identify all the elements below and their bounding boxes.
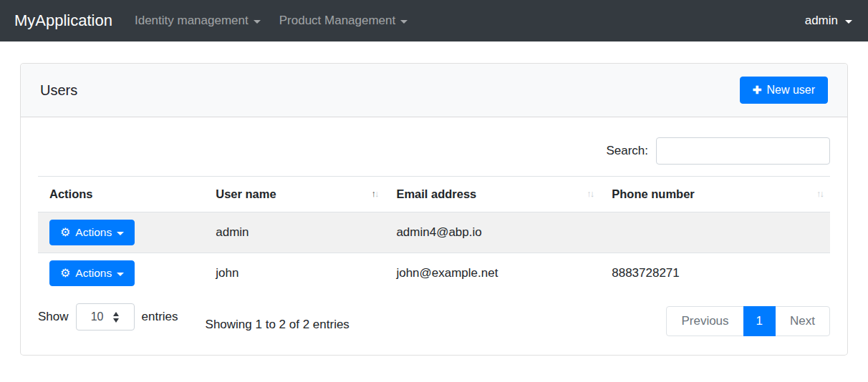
actions-cell: ⚙ Actions	[38, 212, 204, 253]
nav-item-product-management[interactable]: Product Management	[270, 8, 418, 34]
phone-cell: 8883728271	[600, 253, 830, 294]
email-cell: admin4@abp.io	[385, 212, 600, 253]
user-name-cell: admin	[204, 212, 385, 253]
new-user-button-label: New user	[766, 84, 815, 97]
plus-icon: ✚	[753, 84, 762, 97]
table-info: Showing 1 to 2 of 2 entries	[206, 318, 349, 332]
row-actions-label: Actions	[75, 226, 112, 239]
users-card: Users ✚ New user Search: Actions	[20, 63, 848, 356]
show-label: Show	[38, 310, 69, 324]
column-header-phone-number[interactable]: Phone number ↑↓	[600, 177, 830, 212]
user-menu[interactable]: admin	[805, 14, 852, 28]
sort-desc-icon: ↓	[590, 188, 594, 199]
entries-label: entries	[142, 310, 178, 324]
page-content: Users ✚ New user Search: Actions	[0, 41, 868, 356]
pagination: Previous 1 Next	[666, 306, 830, 336]
search-row: Search:	[38, 137, 830, 165]
column-header-label: Email address	[396, 187, 476, 200]
users-table: Actions User name ↑↓ Email address ↑↓ Ph…	[38, 176, 830, 293]
column-header-label: Actions	[49, 187, 93, 200]
email-cell: john@example.net	[385, 253, 600, 294]
top-navbar: MyApplication Identity management Produc…	[0, 0, 868, 41]
select-spinner-icon	[113, 312, 119, 323]
nav-item-identity-management[interactable]: Identity management	[125, 8, 270, 34]
table-row: ⚙ Actions admin admin4@abp.io	[38, 212, 830, 253]
page-size-value: 10	[91, 310, 104, 323]
user-name-cell: john	[204, 253, 385, 294]
new-user-button[interactable]: ✚ New user	[740, 77, 828, 104]
page-length-group: Show 10 entries	[38, 303, 178, 330]
sort-desc-icon: ↓	[375, 188, 378, 199]
page-title: Users	[40, 82, 77, 99]
sort-desc-icon: ↓	[820, 188, 824, 199]
page-size-select[interactable]: 10	[76, 303, 135, 330]
search-input[interactable]	[656, 137, 830, 165]
sort-icons: ↑↓	[371, 188, 377, 199]
caret-down-icon	[117, 232, 124, 235]
sort-icons: ↑↓	[587, 188, 593, 199]
sort-icons: ↑↓	[816, 188, 823, 199]
table-row: ⚙ Actions john john@example.net 88837282…	[38, 253, 830, 294]
app-brand[interactable]: MyApplication	[14, 11, 112, 30]
table-footer: Show 10 entries Showing 1 to 2 of 2 entr…	[38, 302, 830, 336]
phone-cell	[600, 212, 830, 253]
column-header-label: Phone number	[612, 187, 695, 200]
caret-down-icon	[845, 20, 852, 24]
row-actions-label: Actions	[75, 267, 112, 280]
gear-icon: ⚙	[60, 268, 70, 279]
card-header: Users ✚ New user	[21, 64, 847, 117]
caret-down-icon	[400, 20, 408, 24]
row-actions-button[interactable]: ⚙ Actions	[49, 220, 135, 245]
card-body: Search: Actions User name ↑↓	[21, 117, 847, 355]
column-header-actions: Actions	[38, 177, 204, 212]
pagination-page-1[interactable]: 1	[743, 306, 776, 336]
gear-icon: ⚙	[60, 227, 70, 238]
nav-item-label: Identity management	[135, 14, 249, 28]
pagination-next[interactable]: Next	[775, 306, 830, 336]
pagination-previous[interactable]: Previous	[666, 306, 743, 336]
column-header-label: User name	[216, 187, 276, 200]
actions-cell: ⚙ Actions	[38, 253, 204, 294]
column-header-email-address[interactable]: Email address ↑↓	[385, 177, 600, 212]
caret-down-icon	[254, 20, 261, 24]
caret-down-icon	[117, 273, 124, 276]
column-header-user-name[interactable]: User name ↑↓	[204, 177, 385, 212]
search-label: Search:	[606, 144, 648, 158]
row-actions-button[interactable]: ⚙ Actions	[49, 260, 135, 286]
nav-item-label: Product Management	[279, 14, 396, 28]
user-menu-label: admin	[805, 14, 838, 28]
table-header-row: Actions User name ↑↓ Email address ↑↓ Ph…	[38, 177, 830, 212]
